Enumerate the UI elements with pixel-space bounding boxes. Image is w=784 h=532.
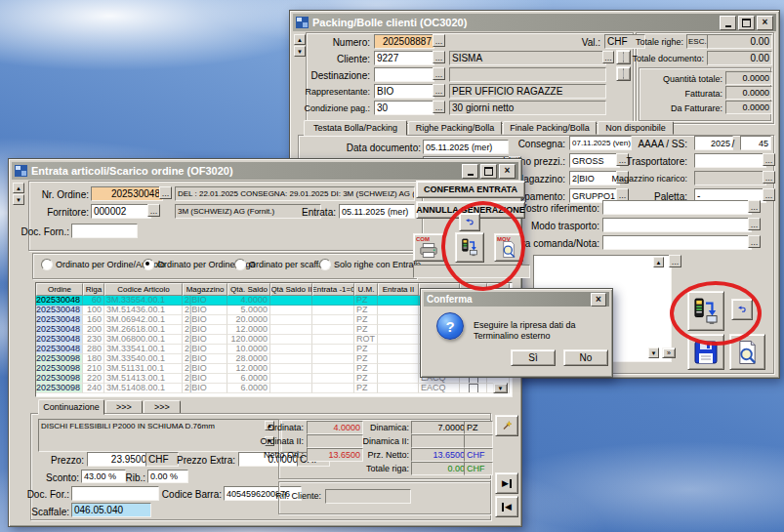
table-cell: 3M.51131.00.1	[104, 364, 183, 374]
condizione-pag-field[interactable]: 30	[374, 101, 434, 115]
minimize-button[interactable]	[720, 16, 736, 30]
record-down-spinner[interactable]: ▼	[294, 46, 306, 57]
minimize-icon	[725, 25, 731, 27]
fornitore-code-field[interactable]: 000002	[91, 204, 151, 219]
table-cell: 12.0000	[227, 364, 270, 374]
table-cell: 2|BIO	[183, 384, 227, 393]
titlebar-oc3020[interactable]: Packing/Bolle clienti (OC3020) ×	[293, 14, 776, 31]
numero-browse-button[interactable]	[433, 34, 445, 47]
column-header-Magazzino[interactable]: Magazzino	[183, 283, 227, 296]
column-header-Entrata II[interactable]: Entrata II	[378, 283, 419, 296]
record-up-spinner[interactable]: ▲	[13, 183, 24, 193]
table-cell: 5.0000	[227, 306, 270, 315]
column-header-Ordine[interactable]: Ordine	[36, 283, 83, 296]
dialog-title: Conferma	[427, 294, 587, 305]
close-button[interactable]: ×	[499, 164, 516, 179]
fornitore-browse-button[interactable]	[147, 204, 160, 217]
table-cell: 2|BIO	[183, 296, 227, 306]
table-cell	[378, 384, 419, 393]
radio-solo-righe-con-entrate[interactable]: Solo righe con Entrate	[319, 259, 421, 270]
destinazione-browse-button[interactable]	[433, 67, 445, 80]
close-button[interactable]: ×	[757, 16, 773, 30]
table-cell: 202530048	[36, 325, 83, 335]
numero-field[interactable]: 202508887	[374, 34, 434, 49]
entrata-field[interactable]: 05.11.2025 (mer)	[339, 204, 415, 219]
table-cell	[378, 306, 419, 315]
rappresentante-name-field: PER UFFICIO RAGAZZE	[449, 84, 606, 99]
radio-ordinato-per-scaffale[interactable]: Ordinato per scaffale	[234, 259, 330, 270]
table-cell	[312, 364, 354, 374]
tab-detail-1[interactable]: Continuazione	[38, 399, 104, 415]
table-cell: 120.0000	[227, 335, 270, 345]
column-header-Qtà. Saldo[interactable]: Qtà. Saldo	[227, 283, 270, 296]
magic-tool-button[interactable]	[495, 415, 518, 436]
terminal-to-computer-icon	[462, 234, 477, 261]
grid-combo-dropdown-button[interactable]: ▼	[493, 383, 508, 393]
conferma-entrata-button[interactable]: CONFERMA ENTRATA	[416, 181, 525, 198]
yes-button[interactable]: Sì	[511, 349, 556, 366]
table-cell	[378, 374, 419, 384]
table-cell	[270, 315, 312, 325]
column-header-Entrata -1=0[interactable]: Entrata -1=0	[312, 283, 354, 296]
row-checkbox[interactable]	[469, 384, 478, 393]
nr-ordine-field[interactable]: 202530048	[91, 186, 163, 201]
cliente-browse-button[interactable]	[433, 51, 445, 63]
column-header-U.M.[interactable]: U.M.	[354, 283, 378, 296]
close-button[interactable]: ×	[591, 293, 606, 307]
doc-forn-field[interactable]	[71, 224, 138, 238]
table-cell: 2|BIO	[183, 306, 227, 315]
destinazione-edit-button[interactable]	[616, 66, 631, 81]
restore-button[interactable]	[738, 16, 755, 30]
tab-detail-2[interactable]: >>>	[105, 400, 143, 414]
undo-button[interactable]	[459, 213, 480, 231]
record-down-spinner[interactable]: ▼	[13, 194, 24, 205]
terminal-import-button[interactable]	[455, 232, 484, 263]
next-record-button[interactable]: ▶	[495, 472, 518, 494]
rappresentante-code-field[interactable]: BIO	[374, 84, 434, 99]
tab-oc3020-2[interactable]: Righe Packing/Bolla	[408, 121, 502, 135]
radio-label: Solo righe con Entrate	[334, 260, 421, 269]
table-cell	[312, 354, 354, 364]
table-cell	[460, 384, 487, 393]
column-header-Qtà Saldo II[interactable]: Qtà Saldo II	[270, 283, 312, 296]
titlebar-conferma[interactable]: Conferma ×	[424, 292, 609, 307]
tab-detail-3[interactable]: >>>	[144, 400, 181, 414]
restore-button[interactable]	[480, 164, 497, 179]
table-cell: PZ	[354, 364, 378, 374]
destinazione-code-field[interactable]	[374, 67, 434, 82]
table-cell	[312, 374, 354, 384]
titlebar-of3020[interactable]: Entrata articoli/Scarico ordine (OF3020)…	[12, 162, 518, 180]
restore-icon	[484, 167, 493, 176]
previous-record-button[interactable]: ◀	[495, 496, 518, 517]
table-cell	[270, 306, 312, 315]
mov-preview-button[interactable]: MOV	[494, 233, 523, 262]
table-cell: 210	[83, 364, 104, 374]
condizione-pag-browse-button[interactable]	[433, 101, 445, 113]
table-cell: 2|BIO	[183, 354, 227, 364]
column-header-Riga[interactable]: Riga	[83, 283, 104, 296]
nr-ordine-label: Nr. Ordine:	[34, 189, 89, 200]
fatturata-field: 0.0000	[725, 86, 772, 100]
table-cell: PZ	[354, 325, 378, 335]
table-row[interactable]: 2025300982403M.51408.00.12|BIO6.0000PZEA…	[36, 384, 512, 393]
quantita-totale-field: 0.0000	[725, 71, 772, 85]
table-cell: 280	[83, 345, 104, 354]
tab-oc3020-1[interactable]: Testata Bolla/Packing	[304, 120, 407, 136]
com-print-button[interactable]: COM	[413, 233, 444, 262]
record-up-spinner[interactable]: ▲	[294, 34, 306, 45]
cliente-code-field[interactable]: 9227	[374, 51, 434, 65]
minimize-button[interactable]	[462, 164, 478, 179]
table-cell	[312, 345, 354, 354]
column-header-Codice Articolo[interactable]: Codice Articolo	[104, 283, 183, 296]
nr-ordine-browse-button[interactable]	[159, 186, 172, 199]
mov-tag: MOV	[497, 236, 511, 242]
no-button[interactable]: No	[563, 349, 608, 366]
tab-oc3020-3[interactable]: Finale Packing/Bolla	[503, 121, 597, 135]
tab-oc3020-4[interactable]: Non disponibile	[598, 121, 674, 135]
table-cell: 202530098	[36, 384, 83, 393]
table-cell	[378, 325, 419, 335]
totale-righe-label: Totale righe:	[612, 37, 683, 48]
table-cell: 3M.33541.00.1	[104, 345, 183, 354]
rappresentante-browse-button[interactable]	[433, 84, 445, 97]
table-cell: 3M.26618.00.1	[104, 325, 183, 335]
